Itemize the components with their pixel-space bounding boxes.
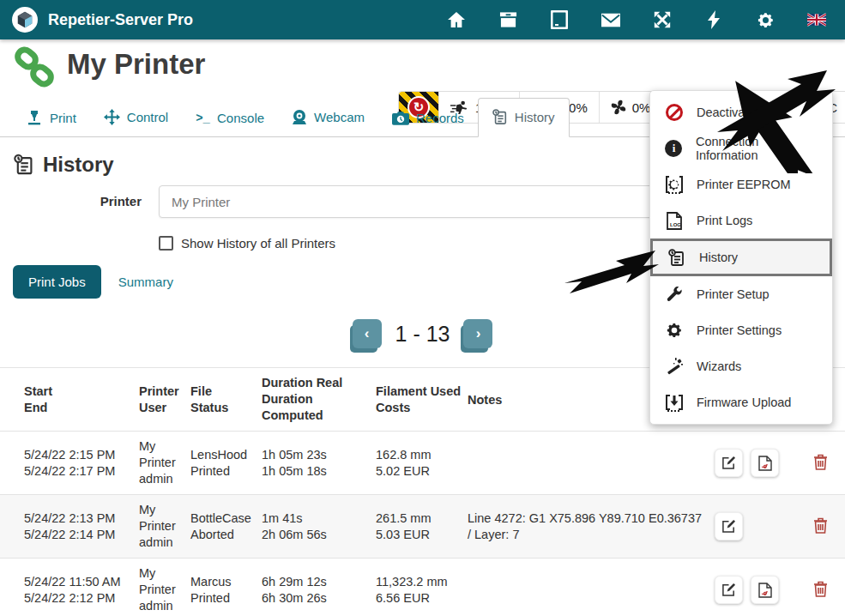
job-duration-real: 1h 05m 23s [262, 447, 376, 463]
edit-pencil-icon [721, 519, 736, 534]
eeprom-chip-icon [664, 175, 685, 194]
top-navbar: Repetier-Server Pro [0, 0, 845, 39]
menu-item-printer-settings[interactable]: Printer Settings [650, 312, 832, 348]
summary-button[interactable]: Summary [118, 275, 173, 289]
menu-item-printer-eeprom[interactable]: Printer EEPROM [650, 166, 832, 202]
pdf-file-icon [758, 456, 772, 471]
menu-item-label: Firmware Upload [697, 396, 791, 409]
pdf-report-button[interactable] [751, 449, 779, 477]
menu-item-label: Printer Setup [697, 287, 770, 301]
trash-icon [813, 454, 828, 470]
camera-icon [392, 112, 409, 125]
menu-item-label: Deactivate [697, 106, 756, 119]
firmware-chip-icon [664, 394, 685, 412]
table-row: 5/24/22 11:50 AM5/24/22 2:12 PM My Print… [0, 558, 845, 616]
job-printer: My Printer [139, 565, 190, 598]
log-file-icon: LOG [664, 212, 685, 230]
menu-item-connection-information[interactable]: i Connection Information [650, 130, 832, 166]
table-row: 5/24/22 2:15 PM5/24/22 2:17 PM My Printe… [0, 431, 845, 494]
tab-control-label: Control [127, 110, 168, 124]
terminal-icon: >_ [196, 112, 210, 125]
expand-arrows-icon[interactable] [653, 10, 672, 29]
tab-webcam-label: Webcam [314, 110, 365, 124]
pdf-report-button[interactable] [751, 576, 779, 604]
tab-console-label: Console [217, 111, 264, 125]
uk-flag-icon[interactable] [807, 10, 826, 29]
menu-item-label: Print Logs [697, 214, 752, 227]
job-filament: 11,323.2 mm [376, 574, 468, 590]
show-all-printers-label: Show History of all Printers [181, 236, 335, 251]
bolt-icon[interactable] [704, 10, 723, 29]
job-start: 5/24/22 2:15 PM [24, 447, 139, 463]
edit-note-button[interactable] [715, 449, 743, 477]
tab-print[interactable]: Print [14, 100, 90, 136]
printer-header: My Printer ↻ 100% 100% 0% 1: 20.0°C 20.0… [0, 39, 845, 94]
edit-pencil-icon [721, 583, 736, 597]
job-start: 5/24/22 11:50 AM [24, 574, 139, 590]
history-heading: History [14, 153, 114, 177]
job-costs: 5.03 EUR [376, 527, 468, 543]
job-duration-computed: 2h 06m 56s [262, 527, 376, 543]
col-status: Status [190, 400, 262, 416]
app-title: Repetier-Server Pro [48, 11, 193, 29]
col-duration-computed: Duration Computed [262, 391, 376, 424]
delete-job-button[interactable] [813, 581, 828, 600]
job-status: Aborted [190, 527, 262, 543]
ban-icon [664, 104, 685, 121]
archive-box-icon[interactable] [498, 10, 517, 29]
gear-icon[interactable] [756, 10, 775, 29]
job-user: admin [139, 471, 190, 487]
prev-page-button[interactable]: ‹ [353, 319, 382, 348]
show-all-printers-row: Show History of all Printers [159, 236, 335, 251]
tab-history[interactable]: History [478, 98, 570, 137]
edit-note-button[interactable] [715, 576, 743, 604]
history-icon [14, 154, 34, 176]
next-page-button[interactable]: › [463, 319, 492, 348]
menu-item-history[interactable]: History [650, 239, 832, 276]
show-all-printers-checkbox[interactable] [159, 236, 173, 251]
delete-job-button[interactable] [813, 517, 828, 536]
tab-control[interactable]: Control [90, 99, 182, 136]
mail-icon[interactable] [601, 10, 620, 29]
move-arrows-icon [104, 109, 120, 125]
job-file: Marcus [190, 574, 262, 590]
print-jobs-button[interactable]: Print Jobs [13, 265, 101, 299]
home-icon[interactable] [447, 10, 466, 29]
wrench-icon [664, 286, 685, 303]
printer-select-label: Printer [0, 194, 142, 208]
menu-item-label: History [699, 251, 738, 264]
job-filament: 261.5 mm [376, 510, 468, 527]
menu-item-deactivate[interactable]: Deactivate [650, 94, 832, 130]
job-notes: Line 4272: G1 X75.896 Y89.710 E0.36737 /… [468, 510, 715, 543]
job-duration-computed: 1h 05m 18s [262, 463, 376, 480]
webcam-icon [292, 109, 307, 125]
col-printer: Printer [139, 383, 190, 400]
job-duration-real: 1m 41s [262, 510, 376, 527]
tablet-icon[interactable] [550, 10, 569, 29]
delete-job-button[interactable] [813, 454, 828, 473]
job-file: LensHood [190, 447, 262, 463]
tab-records-label: Records [416, 111, 464, 125]
printer-select-value: My Printer [172, 195, 230, 209]
menu-item-printer-setup[interactable]: Printer Setup [650, 276, 832, 312]
tab-webcam[interactable]: Webcam [278, 99, 378, 136]
job-status: Printed [190, 590, 262, 607]
history-heading-label: History [43, 153, 114, 177]
edit-note-button[interactable] [715, 512, 743, 541]
menu-item-wizards[interactable]: Wizards [650, 348, 832, 384]
job-filament: 162.8 mm [376, 447, 468, 463]
tab-records[interactable]: Records [378, 100, 478, 136]
pdf-file-icon [758, 583, 772, 598]
tab-console[interactable]: >_ Console [182, 100, 278, 136]
col-end: End [24, 400, 139, 416]
tab-history-label: History [515, 110, 555, 124]
annotation-arrow-history-item [559, 239, 662, 295]
job-duration-computed: 6h 30m 26s [262, 590, 376, 607]
info-icon: i [664, 140, 684, 157]
job-duration-real: 6h 29m 12s [262, 574, 376, 590]
col-costs: Costs [376, 400, 468, 416]
history-view-switch: Print Jobs Summary [13, 265, 173, 299]
menu-item-print-logs[interactable]: LOG Print Logs [650, 202, 832, 239]
menu-item-label: Printer Settings [697, 323, 782, 337]
menu-item-firmware-upload[interactable]: Firmware Upload [650, 384, 832, 420]
